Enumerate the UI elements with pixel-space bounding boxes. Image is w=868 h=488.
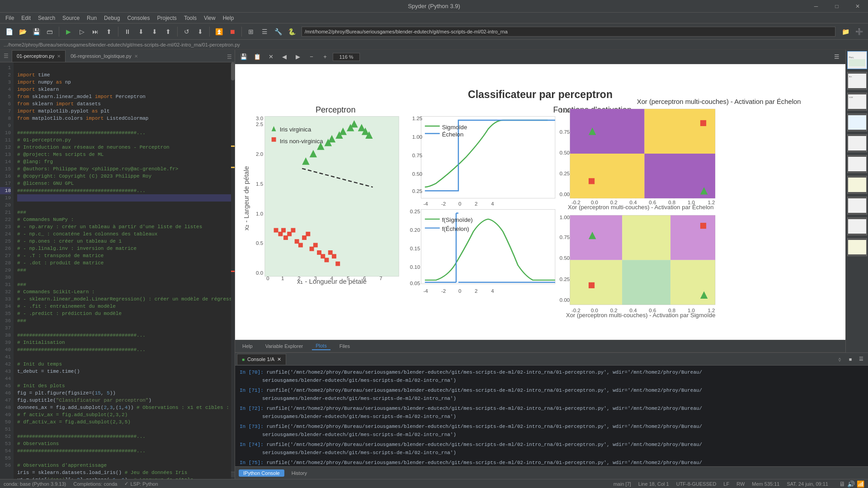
- svg-rect-80: [848, 157, 866, 171]
- menu-edit[interactable]: Edit: [18, 14, 34, 22]
- plot-copy-button[interactable]: 📋: [251, 51, 263, 63]
- tray-icon-1: 🖥: [839, 480, 845, 488]
- breadcrumb: .../home2/phroy/Bureau/seriousgames/blen…: [0, 40, 868, 50]
- continue-button[interactable]: ⏫: [212, 25, 225, 38]
- close-button[interactable]: ✕: [847, 0, 868, 13]
- step-over-button[interactable]: ⬇: [148, 25, 161, 38]
- statusbar-right: main [7] Line 18, Col 1 UTF-8-GUESSED LF…: [613, 480, 864, 488]
- open-file-button[interactable]: 📂: [16, 25, 29, 38]
- menu-tools[interactable]: Tools: [180, 14, 200, 22]
- save-button[interactable]: 💾: [30, 25, 42, 38]
- plot-tab-plots[interactable]: Plots: [312, 342, 330, 350]
- line-num-37: 37: [0, 324, 11, 332]
- thumbnail-9[interactable]: [847, 217, 867, 235]
- menu-debug[interactable]: Debug: [100, 14, 123, 22]
- menu-file[interactable]: File: [2, 14, 18, 22]
- line-num-38: 38: [0, 332, 11, 339]
- zoom-input[interactable]: [333, 53, 360, 61]
- step-return-button[interactable]: ⬆: [162, 25, 175, 38]
- plot-close-button[interactable]: ✕: [265, 51, 277, 63]
- tab-perceptron-close[interactable]: ✕: [57, 54, 61, 59]
- save-all-button[interactable]: 🗃: [43, 25, 56, 38]
- thumbnail-8[interactable]: [847, 197, 867, 215]
- stop-button[interactable]: ⏹: [226, 25, 239, 38]
- path-text: /mnt/home2/phroy/Bureau/seriousgames/ble…: [305, 29, 508, 34]
- iris-nonvirginica-15: [325, 258, 329, 262]
- tab-regression[interactable]: 06-regression_logistique.py ✕: [66, 50, 143, 62]
- encoding-info: UTF-8-GUESSED: [676, 481, 717, 487]
- debug-cell-button[interactable]: ⬆: [103, 25, 115, 38]
- thumbnail-3[interactable]: XOR: [847, 93, 867, 111]
- editor-scrollbar-thumb[interactable]: [231, 62, 235, 80]
- console-tab-close[interactable]: ✕: [277, 357, 281, 362]
- tab-perceptron[interactable]: 01-perceptron.py ✕: [12, 50, 66, 62]
- console-clear-button[interactable]: ⎀: [835, 354, 844, 364]
- editor-scrollbar[interactable]: [231, 62, 235, 479]
- plot-next-button[interactable]: ▶: [292, 51, 304, 63]
- editor-options-button[interactable]: ☰: [224, 52, 235, 62]
- plot-prev-button[interactable]: ◀: [278, 51, 290, 63]
- thumbnail-2[interactable]: Act.: [847, 72, 867, 90]
- console-content[interactable]: In [70]: runfile('/mnt/home2/phroy/Burea…: [235, 366, 868, 466]
- menu-consoles[interactable]: Consoles: [123, 14, 153, 22]
- thumbnail-7[interactable]: [847, 176, 867, 194]
- menu-view[interactable]: View: [200, 14, 219, 22]
- new-file-button[interactable]: 📄: [3, 25, 15, 38]
- plot-save-button[interactable]: 💾: [238, 51, 250, 63]
- redo-button[interactable]: ⬇: [194, 25, 207, 38]
- maximize-button[interactable]: □: [826, 0, 847, 13]
- run-cell-button[interactable]: ▷: [75, 25, 88, 38]
- fechelon-legend-label: f(Échelon): [442, 225, 469, 232]
- thumbnail-10[interactable]: [847, 238, 867, 256]
- svg-text:0.50: 0.50: [412, 171, 422, 177]
- thumbnail-5[interactable]: [847, 134, 867, 152]
- toggle-sidebar[interactable]: ⊞: [245, 25, 257, 38]
- menu-search[interactable]: Search: [34, 14, 59, 22]
- code-content[interactable]: import time import numpy as np import sk…: [14, 62, 235, 479]
- inspector-button[interactable]: 🔧: [272, 25, 284, 38]
- code-editor[interactable]: ⚠ ⚠ 1 2 3 4 5 6 7 8 9 10 11 12 13: [0, 62, 235, 479]
- tab-regression-close[interactable]: ✕: [134, 54, 138, 59]
- undo-button[interactable]: ↺: [180, 25, 193, 38]
- xor-sig-r1: [570, 216, 622, 260]
- plot-tab-variable-explorer[interactable]: Variable Explorer: [262, 343, 307, 350]
- scroll-error: [231, 271, 235, 272]
- menu-projects[interactable]: Projects: [154, 14, 180, 22]
- line-num-1: 1: [0, 64, 11, 71]
- console-line-71: In [71]: runfile('/mnt/home2/phroy/Burea…: [240, 386, 863, 394]
- breadcrumb-text: .../home2/phroy/Bureau/seriousgames/blen…: [4, 42, 240, 47]
- menu-run[interactable]: Run: [83, 14, 100, 22]
- line-num-8: 8: [0, 115, 11, 122]
- console-options-button[interactable]: ☰: [856, 354, 866, 364]
- console-tab-1[interactable]: ■ Console 1/A ✕: [237, 354, 286, 365]
- path-bar[interactable]: /mnt/home2/phroy/Bureau/seriousgames/ble…: [302, 27, 835, 37]
- plot-options-button[interactable]: ☰: [831, 51, 843, 63]
- run-button[interactable]: ▶: [62, 25, 75, 38]
- svg-text:3: 3: [314, 276, 317, 281]
- thumbnail-1[interactable]: Perc.: [847, 51, 867, 69]
- menu-source[interactable]: Source: [59, 14, 83, 22]
- toolbar-sep-2: [118, 27, 118, 37]
- thumbnail-6[interactable]: [847, 155, 867, 173]
- menu-help[interactable]: Help: [219, 14, 238, 22]
- scroll-down[interactable]: [231, 472, 235, 477]
- run-cell-next-button[interactable]: ⏭: [89, 25, 102, 38]
- path-folder-button[interactable]: 📁: [839, 25, 852, 38]
- line-num-32: 32: [0, 288, 11, 296]
- console-ipython-tab[interactable]: IPython Console: [239, 469, 284, 477]
- plot-zoom-out-button[interactable]: −: [306, 51, 317, 63]
- console-history-tab[interactable]: History: [287, 469, 311, 477]
- minimize-button[interactable]: ─: [806, 0, 826, 13]
- step-button[interactable]: ⬇: [135, 25, 147, 38]
- editor-menu-icon[interactable]: ☰: [0, 50, 12, 62]
- plot-tab-help[interactable]: Help: [239, 343, 256, 350]
- debug-button[interactable]: ⏸: [121, 25, 134, 38]
- plot-tab-files[interactable]: Files: [336, 343, 354, 350]
- completions-text: Completions: conda: [73, 481, 117, 487]
- path-add-button[interactable]: ➕: [853, 25, 865, 38]
- console-interrupt-button[interactable]: ■: [845, 354, 855, 364]
- line-num-3: 3: [0, 79, 11, 86]
- plot-zoom-in-button[interactable]: +: [319, 51, 331, 63]
- thumbnail-4[interactable]: [847, 113, 867, 131]
- toggle-outline[interactable]: ☰: [258, 25, 271, 38]
